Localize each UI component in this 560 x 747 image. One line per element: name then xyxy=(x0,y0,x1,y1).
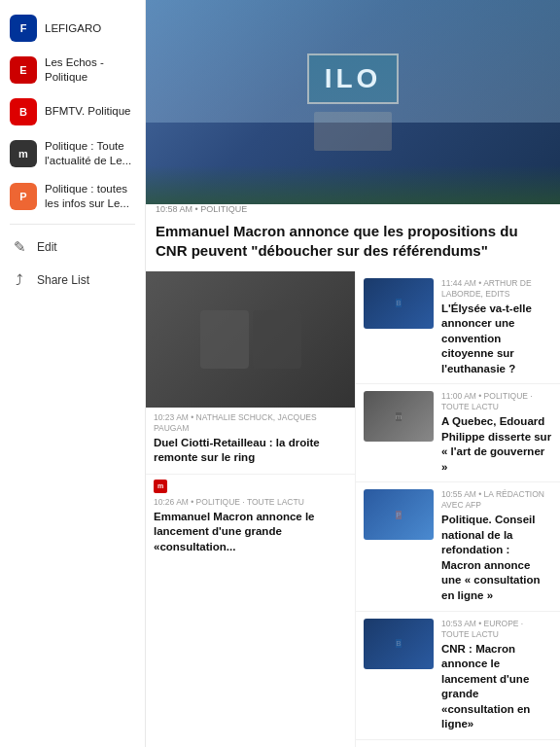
article-title-art2: A Quebec, Edouard Philippe disserte sur … xyxy=(441,414,552,475)
article-thumb-art2: m xyxy=(364,391,434,442)
article-title-art1: L'Élysée va-t-elle annoncer une conventi… xyxy=(441,302,552,377)
article-item-art4[interactable]: B 10:53 AM • EUROPE · TOUTE LACTU CNR : … xyxy=(356,612,560,740)
article-item-art2[interactable]: m 11:00 AM • POLITIQUE · TOUTE LACTU A Q… xyxy=(356,384,560,482)
main-content: ILO 10:58 AM • POLITIQUE Emmanuel Macron… xyxy=(146,0,560,747)
sidebar-item-plus[interactable]: P Politique : toutes les infos sur Le... xyxy=(0,175,145,218)
source-label-lefigaro: LEFIGARO xyxy=(45,21,101,36)
third-article-title: Emmanuel Macron annonce le lancement d'u… xyxy=(154,510,347,555)
source-label-echos: Les Echos - Politique xyxy=(45,55,135,85)
article-meta-art2: 11:00 AM • POLITIQUE · TOUTE LACTU xyxy=(441,391,552,412)
third-article-block[interactable]: m 10:26 AM • POLITIQUE · TOUTE LACTU Emm… xyxy=(146,474,355,563)
article-grid: 10:23 AM • NATHALIE SCHUCK, JACQUES PAUG… xyxy=(146,271,560,748)
featured-article-text[interactable]: 10:58 AM • POLITIQUE Emmanuel Macron ann… xyxy=(146,204,560,271)
source-logo-lefigaro: F xyxy=(10,15,37,42)
article-content-art4: 10:53 AM • EUROPE · TOUTE LACTU CNR : Ma… xyxy=(441,619,552,732)
sidebar-item-bfm[interactable]: B BFMTV. Politique xyxy=(0,91,145,132)
source-label-monde: Politique : Toute l'actualité de Le... xyxy=(45,139,135,168)
source-logo-plus: P xyxy=(10,183,37,210)
sidebar-divider xyxy=(10,224,135,225)
source-logo-bfm: B xyxy=(10,98,37,125)
featured-image: ILO xyxy=(146,0,560,204)
article-content-art2: 11:00 AM • POLITIQUE · TOUTE LACTU A Que… xyxy=(441,391,552,475)
second-featured-text: 10:23 AM • NATHALIE SCHUCK, JACQUES PAUG… xyxy=(146,408,355,474)
source-label-bfm: BFMTV. Politique xyxy=(45,104,130,119)
source-logo-echos: E xyxy=(10,56,37,84)
second-featured-meta: 10:23 AM • NATHALIE SCHUCK, JACQUES PAUG… xyxy=(154,412,347,434)
article-item-art3[interactable]: P 10:55 AM • LA RÉDACTION AVEC AFP Polit… xyxy=(356,482,560,611)
featured-article[interactable]: ILO xyxy=(146,0,560,204)
article-content-art3: 10:55 AM • LA RÉDACTION AVEC AFP Politiq… xyxy=(441,489,552,603)
right-article-list: B 11:44 AM • ARTHUR DE LABORDE, EDITS L'… xyxy=(356,271,560,748)
third-article-meta: 10:26 AM • POLITIQUE · TOUTE LACTU xyxy=(154,497,347,508)
article-meta-art1: 11:44 AM • ARTHUR DE LABORDE, EDITS xyxy=(441,278,552,300)
article-thumb-art3: P xyxy=(364,489,434,540)
source-logo-monde: m xyxy=(10,140,37,167)
sidebar-item-echos[interactable]: E Les Echos - Politique xyxy=(0,49,145,91)
article-item-art1[interactable]: B 11:44 AM • ARTHUR DE LABORDE, EDITS L'… xyxy=(356,271,560,385)
article-thumb-art1: B xyxy=(364,278,434,329)
article-meta-art3: 10:55 AM • LA RÉDACTION AVEC AFP xyxy=(441,489,552,511)
sidebar-item-lefigaro[interactable]: F LEFIGARO xyxy=(0,8,145,49)
second-featured-image xyxy=(146,271,355,408)
sidebar: F LEFIGARO E Les Echos - Politique B BFM… xyxy=(0,0,146,747)
featured-meta: 10:58 AM • POLITIQUE xyxy=(146,204,560,214)
article-thumb-art4: B xyxy=(364,619,434,669)
source-badge-m: m xyxy=(154,480,167,493)
thumb-src-art1: B xyxy=(396,299,401,307)
article-title-art4: CNR : Macron annonce le lancement d'une … xyxy=(441,642,552,732)
sidebar-item-monde[interactable]: m Politique : Toute l'actualité de Le... xyxy=(0,132,145,175)
sidebar-action-share[interactable]: ⤴ Share List xyxy=(0,264,145,297)
thumb-src-art4: B xyxy=(396,639,401,648)
source-label-plus: Politique : toutes les infos sur Le... xyxy=(45,182,135,211)
thumb-src-art2: m xyxy=(396,412,402,421)
article-content-art1: 11:44 AM • ARTHUR DE LABORDE, EDITS L'Él… xyxy=(441,278,552,377)
featured-title: Emmanuel Macron annonce que les proposit… xyxy=(146,218,560,271)
edit-label: Edit xyxy=(37,240,57,254)
share-icon: ⤴ xyxy=(10,270,29,290)
news-feed[interactable]: ILO 10:58 AM • POLITIQUE Emmanuel Macron… xyxy=(146,0,560,747)
second-featured-title: Duel Ciotti-Retailleau : la droite remon… xyxy=(154,436,347,466)
article-meta-art4: 10:53 AM • EUROPE · TOUTE LACTU xyxy=(441,619,552,640)
sidebar-action-edit[interactable]: ✎ Edit xyxy=(0,231,145,264)
edit-icon: ✎ xyxy=(10,237,29,257)
share-label: Share List xyxy=(37,273,89,287)
second-featured-block[interactable]: 10:23 AM • NATHALIE SCHUCK, JACQUES PAUG… xyxy=(146,271,356,748)
article-title-art3: Politique. Conseil national de la refond… xyxy=(441,513,552,603)
thumb-src-art3: P xyxy=(396,511,401,519)
article-item-art5[interactable]: m 10:33 AM • POLITIQUE · TOUTE LACTU Con… xyxy=(356,740,560,747)
